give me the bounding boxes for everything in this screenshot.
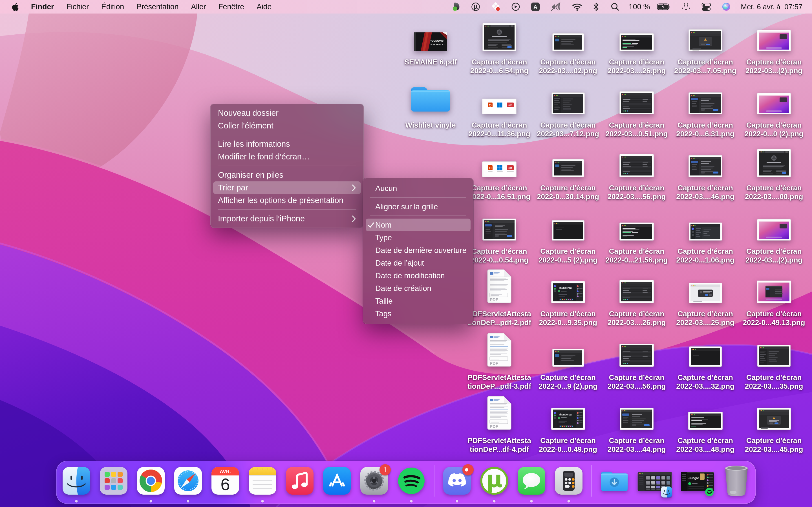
siri-icon-wrap[interactable] [716, 0, 736, 13]
spotify-icon[interactable] [397, 466, 426, 495]
spotlight-icon-wrap[interactable] [605, 0, 625, 13]
play-circle-icon[interactable] [511, 2, 520, 11]
utorrent-icon[interactable]: µ [480, 466, 509, 495]
desktop-icon[interactable]: Capture d’écran2022-0...49.13.png [740, 267, 808, 327]
desktop-icon[interactable]: Capture d’écran2022-0...9 (2).png [534, 330, 603, 391]
menu-item-date-de-derni-re-ouverture[interactable]: Date de dernière ouverture [366, 244, 470, 257]
desktop-icon[interactable]: O 365 Capture d’écran2022-0...16.51.png [465, 140, 534, 201]
menu-item-date-de-cr-ation[interactable]: Date de création [366, 282, 470, 295]
desktop-icon[interactable]: Capture d’écran2022-0...21.56.png [602, 204, 671, 265]
menu-item-coller-l-l-ment[interactable]: Coller l’élément [213, 119, 361, 132]
control-center-icon[interactable] [702, 2, 711, 11]
minimized-spotify-window[interactable]: Jungle [680, 470, 714, 498]
menu-dition[interactable]: Édition [95, 0, 130, 13]
desktop-icon[interactable]: Capture d’écran2022-03....46.png [671, 140, 740, 201]
desktop-icon[interactable]: Capture d’écran2022-03....35.png [740, 330, 808, 391]
desktop-icon[interactable]: Capture d’écran2022-03...7.05.png [671, 15, 740, 75]
desktop-icon[interactable]: Capture d’écran2022-03....32.png [671, 330, 740, 391]
notes-icon[interactable] [248, 466, 277, 495]
safari-icon[interactable] [174, 466, 202, 495]
menu-item-aucun[interactable]: Aucun [366, 182, 470, 194]
menu-item-organiser-en-piles[interactable]: Organiser en piles [213, 169, 361, 181]
diamonds-app-icon[interactable] [491, 2, 500, 11]
dock-item-launchpad[interactable] [99, 466, 128, 495]
bluetooth-icon[interactable] [593, 2, 600, 11]
desktop-icon[interactable]: Capture d’écran2022-03....56.png [602, 140, 671, 201]
dock-item-downloads-folder[interactable] [600, 466, 629, 495]
desktop-icon[interactable]: PDF PDFServletAttestationDeP...df-4.pdf [465, 393, 534, 454]
desktop-icon[interactable]: Capture d’écran2022-03...(2).png [740, 15, 808, 75]
finder-icon[interactable] [661, 487, 672, 497]
apple-menu[interactable] [0, 2, 25, 11]
desktop-icon[interactable]: Capture d’écran2022-03...(2).png [740, 204, 808, 265]
mute-icon[interactable] [551, 2, 561, 11]
menu-item-tags[interactable]: Tags [366, 307, 470, 320]
input-source-icon-wrap[interactable]: A [525, 0, 545, 13]
menu-item-lire-les-informations[interactable]: Lire les informations [213, 138, 361, 151]
keyboard-brightness-icon-wrap[interactable] [676, 0, 696, 13]
wifi-icon[interactable] [572, 3, 582, 11]
menu-item-aligner-sur-la-grille[interactable]: Aligner sur la grille [366, 200, 470, 213]
dock-item-notes[interactable] [248, 466, 277, 495]
desktop-icon[interactable]: Capture d’écran2022-03....25.png [671, 267, 740, 327]
utorrent-status-icon[interactable]: µ [471, 2, 480, 11]
desktop-icon[interactable]: Thundercat Capture d’écran2022-0...0.49.… [534, 393, 603, 454]
menu-item-afficher-les-options-de-pr-sentation[interactable]: Afficher les options de présentation [213, 194, 361, 207]
menu-item-date-de-l-ajout[interactable]: Date de l’ajout [366, 257, 470, 269]
launchpad-icon[interactable] [99, 466, 128, 495]
menu-item-modifier-le-fond-d-cran[interactable]: Modifier le fond d’écran… [213, 151, 361, 163]
desktop-icon[interactable]: Capture d’écran2022-0...30.14.png [534, 140, 603, 201]
menu-aide[interactable]: Aide [250, 0, 278, 13]
desktop-icon[interactable]: POUMONS D’ACIER 2.0 SEMAINE 6.pdf [396, 15, 465, 66]
app-store-icon[interactable] [322, 466, 351, 495]
desktop-icon[interactable]: Thundercat Capture d’écran2022-0...9.35.… [534, 267, 603, 327]
messages-icon[interactable] [517, 466, 546, 495]
trash-icon[interactable] [723, 465, 750, 497]
finder-icon[interactable] [62, 466, 91, 495]
menu-bar-clock[interactable]: Mer. 6 avr. à 07:57 [736, 3, 812, 11]
menu-item-taille[interactable]: Taille [366, 295, 470, 307]
dock-item-discord[interactable] [443, 466, 471, 495]
wifi-icon-wrap[interactable] [567, 0, 588, 13]
dock-item-minimized-finder-window[interactable] [637, 470, 672, 499]
dock-item-system-preferences[interactable]: 1 [360, 466, 389, 495]
desktop-icon[interactable]: Capture d’écran2022-0...6.31.png [671, 78, 740, 138]
dock-item-chrome[interactable] [137, 466, 165, 495]
menu-finder[interactable]: Finder [25, 0, 60, 13]
desktop-icon[interactable]: Capture d’écran2022-03....00.png [740, 140, 808, 201]
dock-item-finder[interactable] [62, 466, 91, 495]
menu-item-nouveau-dossier[interactable]: Nouveau dossier [213, 107, 361, 119]
menu-fichier[interactable]: Fichier [60, 0, 95, 13]
dock-item-minimized-spotify-window[interactable]: Jungle [680, 470, 714, 499]
bluetooth-icon-wrap[interactable] [588, 0, 605, 13]
mute-icon-wrap[interactable] [545, 0, 567, 13]
desktop-icon[interactable]: Capture d’écran2022-0...6.54.png [465, 15, 534, 75]
menu-item-type[interactable]: Type [366, 231, 470, 244]
menu-item-trier-par[interactable]: Trier par [213, 181, 361, 194]
desktop-icon[interactable]: O 365 Capture d’écran2022-0...11.36.png [465, 78, 534, 138]
chrome-icon[interactable] [137, 466, 165, 495]
control-center-icon-wrap[interactable] [696, 0, 716, 13]
minimized-finder-window[interactable] [637, 470, 672, 498]
desktop-icon[interactable]: Capture d’écran2022-03....02.png [534, 15, 603, 75]
spotlight-search-icon[interactable] [610, 2, 619, 11]
desktop-icon[interactable]: Capture d’écran2022-03....44.png [602, 393, 671, 454]
menu-item-importer-depuis-l-iphone[interactable]: Importer depuis l’iPhone [213, 212, 361, 225]
calendar-icon[interactable]: AVR. 6 [211, 466, 240, 495]
desktop-icon[interactable]: Capture d’écran2022-0...1.06.png [671, 204, 740, 265]
downloads-folder-icon[interactable] [600, 469, 629, 493]
dock-item-calendar[interactable]: AVR. 6 [211, 466, 240, 495]
play-circle-icon-wrap[interactable] [506, 0, 525, 13]
desktop-icon[interactable]: PDF PDFServletAttestationDeP...pdf-3.pdf [465, 330, 534, 391]
dock-item-safari[interactable] [174, 466, 202, 495]
menu-prsentation[interactable]: Présentation [130, 0, 185, 13]
apple-music-icon[interactable] [285, 466, 314, 495]
desktop-icon[interactable]: Capture d’écran2022-0...5 (2).png [534, 204, 603, 265]
menu-item-nom[interactable]: Nom [366, 219, 470, 231]
dock-item-utorrent[interactable]: µ [480, 466, 509, 495]
desktop-icon[interactable]: Wishlist vinyle [396, 78, 465, 129]
desktop-icon[interactable]: Capture d’écran2022-03....26.png [602, 15, 671, 75]
menu-aller[interactable]: Aller [185, 0, 212, 13]
desktop-icon[interactable]: Capture d’écran2022-03....26.png [602, 267, 671, 327]
calculator-icon[interactable] [554, 466, 583, 495]
